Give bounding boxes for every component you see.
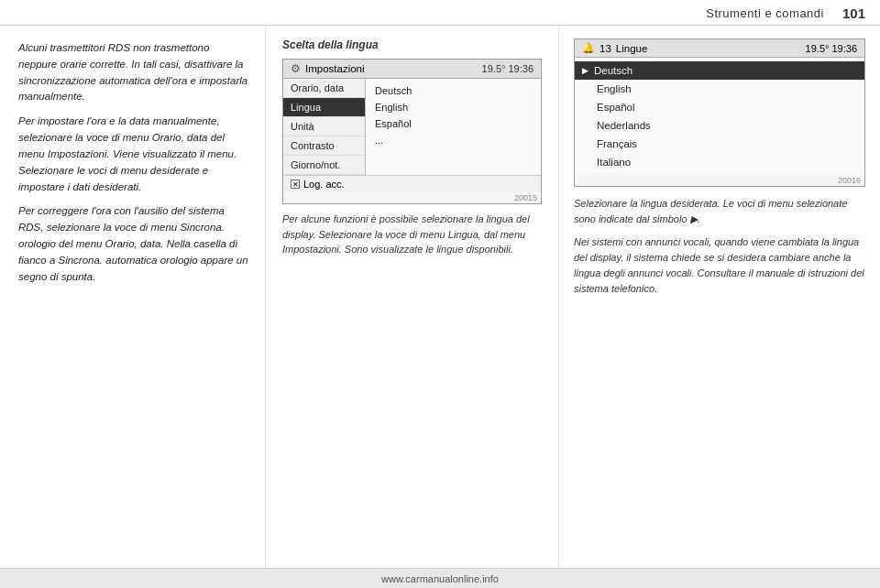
screen-box-right: 🔔 13 Lingue 19.5° 19:36 Deutsch English … (574, 38, 865, 187)
menu-item-datetime[interactable]: Orario, data (283, 79, 365, 98)
middle-caption: Per alcune funzioni è possibile selezion… (282, 212, 542, 257)
value-more[interactable]: ... (371, 132, 535, 148)
lang-espanol[interactable]: Español (575, 98, 864, 116)
bell-icon: 🔔 (582, 42, 595, 54)
left-column: Alcuni trasmettitori RDS non trasmettono… (0, 26, 266, 584)
right-screen-count: 13 (600, 43, 611, 54)
right-screen-status: 19.5° 19:36 (806, 43, 857, 54)
value-deutsch[interactable]: Deutsch (371, 82, 535, 99)
right-screen-title: Lingue (616, 43, 648, 54)
left-para-3: Per correggere l'ora con l'ausilio del s… (18, 203, 248, 285)
menu-item-unita[interactable]: Unità (283, 117, 365, 136)
screen-time: 19:36 (508, 63, 534, 74)
screen-box-middle: ⚙ Impostazioni 19.5° 19:36 Orario, data … (282, 59, 542, 204)
lang-english[interactable]: English (575, 80, 864, 98)
menu-item-giorno[interactable]: Giorno/not. (283, 156, 365, 175)
right-caption: Selezionare la lingua desiderata. Le voc… (574, 196, 865, 304)
log-label: Log. acc. (303, 179, 345, 190)
right-caption-1: Selezionare la lingua desiderata. Le voc… (574, 196, 865, 227)
right-screen-temp: 19.5° (806, 43, 830, 54)
screen-title-area: ⚙ Impostazioni (291, 62, 365, 75)
menu-item-contrasto[interactable]: Contrasto (283, 136, 365, 156)
lang-italiano[interactable]: Italiano (575, 153, 864, 171)
screen-body-middle: Orario, data Lingua Unità Contrasto Gior… (283, 79, 541, 175)
screen-menu: Orario, data Lingua Unità Contrasto Gior… (283, 79, 366, 175)
section-title: Scelta della lingua (282, 38, 542, 51)
menu-item-lingua[interactable]: Lingua (283, 98, 365, 117)
screen-status: 19.5° 19:36 (482, 63, 534, 74)
footer-url: www.carmanualonline.info (381, 573, 499, 584)
right-column: 🔔 13 Lingue 19.5° 19:36 Deutsch English … (559, 26, 880, 584)
right-screen-time: 19:36 (831, 43, 857, 54)
chapter-title: Strumenti e comandi (706, 6, 824, 20)
page-number: 101 (842, 5, 865, 21)
lang-nederlands[interactable]: Nederlands (575, 116, 864, 135)
middle-column: Scelta della lingua ⚙ Impostazioni 19.5°… (266, 26, 559, 584)
lang-deutsch[interactable]: Deutsch (575, 61, 864, 80)
screen-header-right: 🔔 13 Lingue 19.5° 19:36 (575, 39, 864, 58)
lang-francais[interactable]: Français (575, 135, 864, 153)
lang-list: Deutsch English Español Nederlands Franç… (575, 58, 864, 175)
right-caption-2: Nei sistemi con annunci vocali, quando v… (574, 234, 865, 297)
value-english[interactable]: English (371, 99, 535, 115)
screen-image-num-right: 20016 (575, 175, 864, 186)
screen-log-row: ✕ Log. acc. (283, 175, 541, 192)
page-header: Strumenti e comandi 101 (0, 0, 880, 26)
footer-bar: www.carmanualonline.info (0, 568, 880, 588)
screen-values: Deutsch English Español ... (366, 79, 541, 175)
screen-temp: 19.5° (482, 63, 506, 74)
screen-image-num-middle: 20015 (283, 192, 541, 203)
screen-header-middle: ⚙ Impostazioni 19.5° 19:36 (283, 60, 541, 79)
checkbox-icon: ✕ (291, 180, 300, 189)
left-para-2: Per impostare l'ora e la data manualment… (18, 114, 248, 195)
main-content: Alcuni trasmettitori RDS non trasmettono… (0, 26, 880, 584)
value-espanol[interactable]: Español (371, 115, 535, 132)
left-para-1: Alcuni trasmettitori RDS non trasmettono… (18, 40, 248, 105)
right-screen-title-area: 🔔 13 Lingue (582, 42, 647, 54)
screen-title: Impostazioni (305, 63, 365, 74)
settings-icon: ⚙ (291, 62, 301, 75)
